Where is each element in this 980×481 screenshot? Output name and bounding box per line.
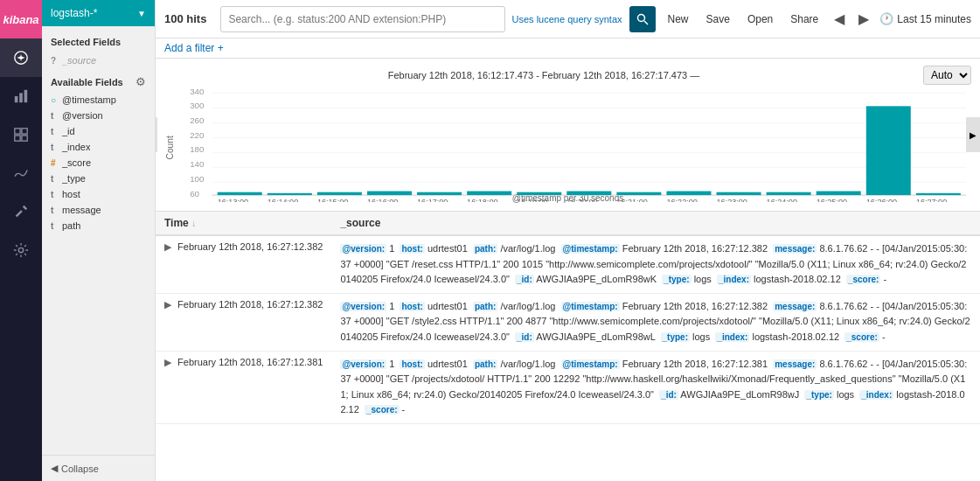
field-name-score: _score — [62, 157, 91, 168]
sidebar-item-management[interactable] — [0, 231, 42, 269]
field-type-t-icon: t — [51, 174, 58, 184]
sidebar-item-timelion[interactable] — [0, 154, 42, 192]
sidebar: kibana — [0, 0, 42, 481]
svg-rect-33 — [367, 192, 412, 196]
available-fields-header: Available Fields ⚙ — [42, 68, 155, 92]
collapse-label: Collapse — [61, 464, 99, 474]
save-button[interactable]: Save — [701, 10, 735, 29]
field-version[interactable]: t @version — [42, 108, 155, 123]
field-index[interactable]: t _index — [42, 139, 155, 155]
main-content: 100 hits Uses lucene query syntax New Sa… — [156, 0, 980, 481]
type-tag: _type: — [662, 275, 691, 284]
index-tag: _index: — [715, 332, 749, 342]
index-pattern-selector[interactable]: logstash-* ▼ — [42, 0, 155, 26]
search-button[interactable] — [629, 6, 656, 32]
field-path[interactable]: t path — [42, 218, 155, 234]
chart-collapse-left-button[interactable]: ◀ — [156, 117, 157, 152]
field-message[interactable]: t message — [42, 202, 155, 218]
source-cell: @version: 1 host: udrtest01 path: /var/l… — [331, 293, 980, 351]
chart-svg-container: Count 340 300 260 220 180 140 100 60 — [164, 88, 971, 202]
row-expand-button[interactable]: ▶ — [164, 241, 175, 253]
open-button[interactable]: Open — [742, 10, 778, 29]
table-row: ▶ February 12th 2018, 16:27:12.382 @vers… — [156, 235, 980, 293]
available-fields-gear-icon[interactable]: ⚙ — [136, 75, 146, 88]
svg-rect-6 — [15, 129, 20, 134]
version-value: 1 — [389, 243, 394, 254]
timestamp-tag: @timestamp: — [561, 244, 620, 254]
svg-text:60: 60 — [190, 191, 199, 199]
svg-rect-31 — [268, 193, 312, 195]
row-expand-button[interactable]: ▶ — [164, 357, 175, 368]
clock-icon: 🕐 — [879, 12, 893, 25]
time-value: February 12th 2018, 16:27:12.382 — [177, 241, 323, 252]
grid-icon — [13, 127, 29, 143]
add-filter-button[interactable]: Add a filter + — [164, 42, 224, 54]
interval-select[interactable]: Auto — [923, 66, 971, 85]
id-tag: _id: — [515, 275, 534, 284]
time-header-label: Time — [164, 217, 191, 229]
field-name-index: _index — [62, 142, 90, 152]
svg-rect-44 — [916, 193, 961, 195]
time-value: February 12th 2018, 16:27:12.381 — [177, 357, 323, 367]
sidebar-item-dashboard[interactable] — [0, 115, 42, 154]
nav-back-button[interactable]: ◀ — [831, 9, 848, 29]
version-tag: @version: — [340, 359, 386, 369]
field-host[interactable]: t host — [42, 186, 155, 202]
svg-text:16:15:00: 16:15:00 — [317, 199, 349, 202]
svg-rect-34 — [417, 192, 462, 195]
svg-point-11 — [637, 14, 644, 21]
svg-rect-3 — [15, 96, 18, 102]
source-column-header: _source — [331, 212, 980, 235]
results-table: Time ↓ _source ▶ February 12th 2018, 16:… — [156, 212, 980, 424]
host-tag: host: — [400, 302, 424, 311]
time-column-header[interactable]: Time ↓ — [156, 212, 331, 235]
time-value: February 12th 2018, 16:27:12.382 — [177, 299, 323, 310]
svg-text:16:23:00: 16:23:00 — [717, 199, 748, 202]
svg-point-10 — [18, 247, 23, 252]
field-name-host: host — [62, 189, 80, 199]
svg-text:140: 140 — [190, 161, 204, 170]
lucene-hint[interactable]: Uses lucene query syntax — [512, 14, 622, 24]
timestamp-tag: @timestamp: — [561, 359, 620, 369]
field-type-t-icon: t — [51, 127, 58, 136]
left-panel: logstash-* ▼ Selected Fields ? _source A… — [42, 0, 156, 481]
index-tag: _index: — [717, 275, 751, 284]
field-name-timestamp: @timestamp — [62, 94, 116, 105]
settings-icon — [13, 242, 29, 258]
svg-text:16:17:00: 16:17:00 — [417, 199, 448, 202]
table-row: ▶ February 12th 2018, 16:27:12.381 @vers… — [156, 351, 980, 423]
field-type-t-icon: t — [51, 190, 58, 199]
share-button[interactable]: Share — [785, 10, 824, 29]
svg-rect-42 — [817, 192, 861, 196]
field-type-icon: ? — [51, 56, 58, 66]
svg-text:100: 100 — [190, 176, 204, 185]
field-type-hash-icon: # — [51, 158, 58, 168]
collapse-button[interactable]: ◀ Collapse — [42, 455, 155, 481]
version-tag: @version: — [340, 244, 386, 254]
svg-text:16:13:00: 16:13:00 — [218, 199, 249, 202]
nav-forward-button[interactable]: ▶ — [855, 9, 872, 29]
field-score[interactable]: # _score — [42, 155, 155, 171]
app-logo: kibana — [0, 0, 42, 38]
field-timestamp[interactable]: ○ @timestamp — [42, 92, 155, 108]
sidebar-item-visualize[interactable] — [0, 77, 42, 115]
chart-expand-button[interactable]: ▶ — [966, 117, 980, 152]
message-tag: message: — [773, 244, 817, 254]
svg-text:Count: Count — [164, 136, 175, 159]
new-button[interactable]: New — [663, 10, 694, 29]
field-id[interactable]: t _id — [42, 123, 155, 139]
collapse-arrow-icon: ◀ — [51, 463, 58, 474]
field-type-t-icon: t — [51, 143, 58, 152]
field-type-field[interactable]: t _type — [42, 171, 155, 186]
svg-rect-9 — [22, 136, 27, 141]
fields-section: Selected Fields ? _source Available Fiel… — [42, 26, 155, 455]
selected-field-source[interactable]: ? _source — [42, 52, 155, 68]
sidebar-item-devtools[interactable] — [0, 192, 42, 231]
top-bar: 100 hits Uses lucene query syntax New Sa… — [156, 0, 980, 38]
search-input[interactable] — [220, 6, 504, 32]
time-picker-button[interactable]: 🕐 Last 15 minutes — [879, 12, 971, 25]
sidebar-item-discover[interactable] — [0, 38, 42, 77]
svg-rect-41 — [767, 192, 811, 195]
row-expand-button[interactable]: ▶ — [164, 299, 175, 310]
svg-text:16:25:00: 16:25:00 — [817, 199, 848, 202]
